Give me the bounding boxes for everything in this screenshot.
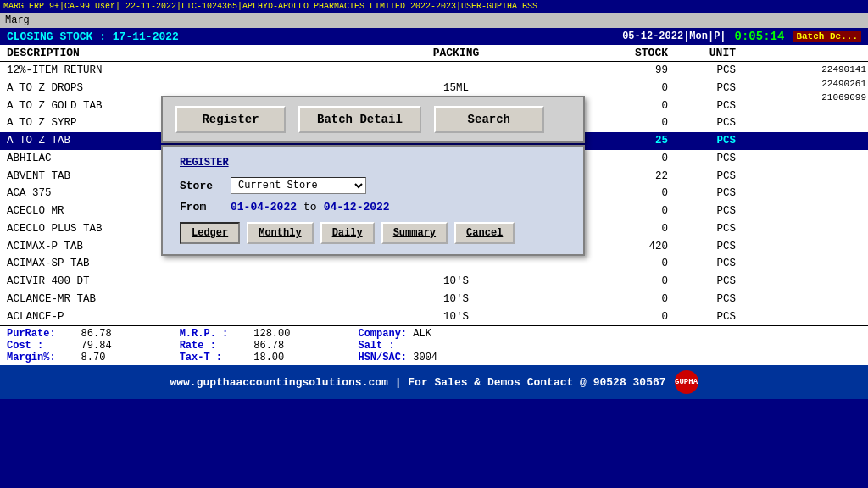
stock-unit: PCS [668,98,736,114]
register-btn-row: Ledger Monthly Daily Summary Cancel [180,222,566,244]
closing-stock-title: CLOSING STOCK : 17-11-2022 [7,30,179,43]
mrp-val: 128.00 [253,328,290,340]
stock-desc: ACLANCE-P [7,309,329,325]
date-time-bar: 05-12-2022|Mon|P| 0:05:14 Batch De... [622,30,861,43]
stock-unit: PCS [668,274,736,290]
salt-label-val: Salt : [358,340,437,352]
right-num-1: 22490141 [821,63,866,77]
stock-stock: 25 [583,133,668,149]
col-unit: UNIT [668,47,736,59]
monthly-button[interactable]: Monthly [247,222,313,244]
footer: www.gupthaaccountingsolutions.com | For … [0,365,868,399]
table-row[interactable]: ACIVIR 400 DT 10'S 0 PCS [0,273,868,291]
stock-desc: ACIMAX-SP TAB [7,256,329,272]
stock-unit: PCS [668,115,736,131]
menu-marg[interactable]: Marg [5,14,30,26]
mrp-label: M.R.P. : [180,328,229,340]
ledger-button[interactable]: Ledger [180,222,240,244]
salt-label: Salt : [358,340,394,352]
store-select[interactable]: Current Store [231,177,366,194]
table-row[interactable]: 12%-ITEM RETURN 99 PCS [0,62,868,80]
stock-unit: PCS [668,256,736,272]
popup-container: Register Batch Detail Search REGISTER St… [161,96,585,256]
stock-packing [329,63,583,79]
table-row[interactable]: ACIMAX-SP TAB 0 PCS [0,255,868,273]
stock-stock: 0 [583,98,668,114]
margin-val: 8.70 [81,352,112,363]
stock-unit: PCS [668,80,736,97]
col-stock: STOCK [583,47,668,59]
stock-stock: 0 [583,80,668,97]
title-bar: MARG ERP 9+|CA-99 User| 22-11-2022|LIC-1… [0,0,868,13]
stock-stock: 0 [583,186,668,202]
from-label: From [180,201,231,214]
button-bar-popup: Register Batch Detail Search [161,96,585,143]
company-group: Company: ALK Salt : HSN/SAC: 3004 [358,328,437,363]
stock-desc: ACIVIR 400 DT [7,274,329,290]
stock-desc: 12%-ITEM RETURN [7,63,329,79]
stock-unit: PCS [668,203,736,219]
stock-desc: ACLANCE-MR TAB [7,291,329,308]
rate-val: 86.78 [253,340,290,352]
stock-unit: PCS [668,186,736,202]
summary-button[interactable]: Summary [381,222,448,244]
batch-detail-button[interactable]: Batch Detail [298,106,421,133]
mrp-vals: 128.00 86.78 18.00 [253,328,290,363]
register-popup: REGISTER Store Current Store From 01-04-… [161,145,585,256]
search-button[interactable]: Search [434,106,544,133]
stock-table: 22490141 22490261 21069099 12%-ITEM RETU… [0,62,868,325]
stock-stock: 0 [583,115,668,131]
stock-packing: 10'S [329,291,583,308]
mrp-group: M.R.P. : Rate : Tax-T : [180,328,229,363]
date-row: From 01-04-2022 to 04-12-2022 [180,201,566,214]
header-date: 05-12-2022|Mon|P| [622,30,726,42]
store-label: Store [180,180,231,192]
stock-unit: PCS [668,63,736,79]
table-row[interactable]: ACLANCE-MR TAB 10'S 0 PCS [0,291,868,308]
stock-stock: 0 [583,256,668,272]
daily-button[interactable]: Daily [320,222,375,244]
batch-detail-header: Batch De... [793,31,861,42]
stock-unit: PCS [668,221,736,237]
col-right-numbers [736,47,861,59]
stock-stock: 22 [583,169,668,185]
register-button[interactable]: Register [175,106,286,133]
table-row[interactable]: ACLANCE-P 10'S 0 PCS [0,308,868,326]
cost-label: Cost : [7,340,56,352]
pur-rate-vals: 86.78 79.84 8.70 [81,328,112,363]
header-section: CLOSING STOCK : 17-11-2022 05-12-2022|Mo… [0,28,868,45]
stock-stock: 0 [583,151,668,167]
table-row[interactable]: A TO Z DROPS 15ML 0 PCS [0,80,868,97]
pur-rate-label: PurRate: [7,328,56,340]
register-title: REGISTER [180,157,566,169]
stock-packing: 10'S [329,274,583,290]
pur-rate-val: 86.78 [81,328,112,340]
hsn-val: 3004 [413,352,437,363]
stock-stock: 0 [583,221,668,237]
pur-rate-group: PurRate: Cost : Margin%: [7,328,56,363]
to-date: 04-12-2022 [324,201,390,214]
company-val: ALK [413,328,431,340]
stock-packing [329,256,583,272]
rate-label: Rate : [180,340,229,352]
stock-packing: 10'S [329,309,583,325]
stock-desc: A TO Z DROPS [7,80,329,97]
taxt-label: Tax-T : [180,352,229,363]
stock-packing: 15ML [329,80,583,97]
hsn-label: HSN/SAC: [358,352,407,363]
stock-stock: 0 [583,309,668,325]
stock-unit: PCS [668,309,736,325]
cancel-button[interactable]: Cancel [454,222,515,244]
title-text: MARG ERP 9+|CA-99 User| 22-11-2022|LIC-1… [3,2,537,11]
stock-unit: PCS [668,169,736,185]
right-num-3: 21069099 [821,91,866,105]
stock-unit: PCS [668,239,736,255]
footer-text: www.gupthaaccountingsolutions.com | For … [170,376,665,389]
taxt-val: 18.00 [253,352,290,363]
stock-stock: 99 [583,63,668,79]
margin-label: Margin%: [7,352,56,363]
right-panel: 22490141 22490261 21069099 [821,62,868,105]
stock-stock: 0 [583,203,668,219]
menu-bar[interactable]: Marg [0,13,868,28]
bottom-info: PurRate: Cost : Margin%: 86.78 79.84 8.7… [0,325,868,365]
